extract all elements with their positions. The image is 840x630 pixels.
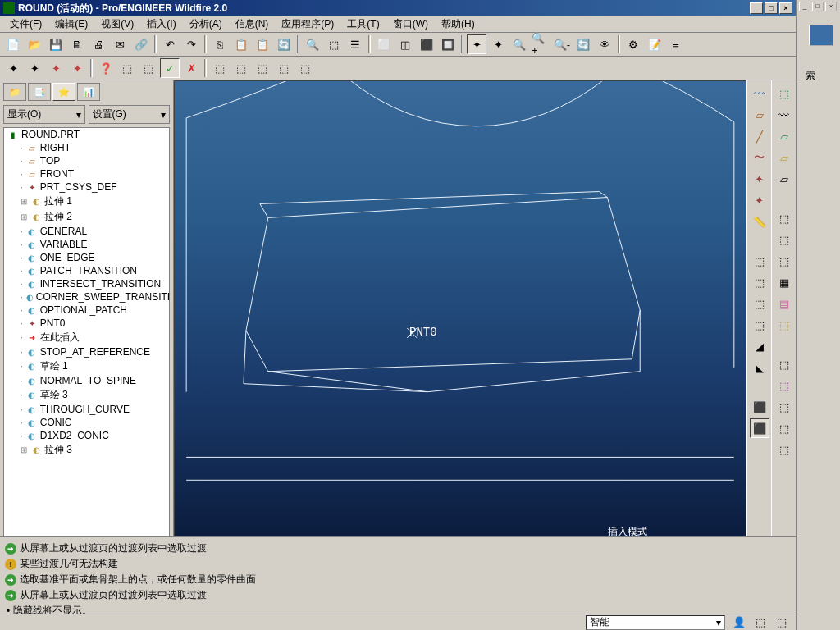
- menu-item[interactable]: 视图(V): [94, 16, 140, 33]
- zoom-in-button[interactable]: 🔍+: [531, 34, 550, 54]
- tool-2-button[interactable]: ⬚: [139, 58, 158, 78]
- shell-tool-button[interactable]: ⬚: [750, 272, 769, 292]
- menu-item[interactable]: 信息(N): [229, 16, 276, 33]
- tree-item[interactable]: ⊞◐拉伸 2: [4, 209, 169, 225]
- mirror-tool-button[interactable]: ⬚: [774, 354, 794, 374]
- tree-item[interactable]: ·◐D1XD2_CONIC: [4, 429, 169, 442]
- saved-views-button[interactable]: 👁: [595, 34, 614, 54]
- notes-button[interactable]: 📝: [645, 34, 664, 54]
- help-button[interactable]: ❓: [96, 58, 116, 78]
- thicken-tool-button[interactable]: ▤: [774, 294, 794, 313]
- draft-tool-button[interactable]: ⬚: [750, 315, 769, 335]
- copy-geom-button[interactable]: ⬚: [774, 418, 794, 438]
- paste-button[interactable]: 📋: [231, 34, 251, 54]
- tree-item[interactable]: ·▱RIGHT: [4, 141, 169, 154]
- tree-item[interactable]: ·✦PRT_CSYS_DEF: [4, 180, 169, 194]
- menu-item[interactable]: 应用程序(P): [275, 16, 340, 33]
- tree-item[interactable]: ·◐VARIABLE: [4, 238, 169, 251]
- extend-tool-button[interactable]: ⬚: [774, 251, 794, 271]
- sketch-tool-button[interactable]: 〜: [750, 148, 769, 167]
- tree-item[interactable]: ·◐NORMAL_TO_SPINE: [4, 374, 169, 387]
- regen-button[interactable]: 🔄: [274, 34, 294, 54]
- model-tree[interactable]: ▮ROUND.PRT·▱RIGHT·▱TOP·▱FRONT·✦PRT_CSYS_…: [3, 127, 170, 548]
- tree-item[interactable]: ·◐THROUGH_CURVE: [4, 403, 169, 416]
- tree-tab-3[interactable]: ⭐: [52, 83, 75, 101]
- tool-3-button[interactable]: ✓: [160, 58, 180, 78]
- view-wireframe-button[interactable]: ⬜: [374, 34, 394, 54]
- revolve-tool-button[interactable]: ⬛: [750, 418, 769, 438]
- tree-item[interactable]: ⊞◐拉伸 3: [4, 442, 169, 458]
- surf-tool-1-button[interactable]: 〰: [774, 105, 794, 125]
- tree-item[interactable]: ·◐CORNER_SWEEP_TRANSITION: [4, 290, 169, 304]
- datum-display-button[interactable]: ✦: [3, 58, 23, 78]
- tree-item[interactable]: ·◐OPTIONAL_PATCH: [4, 304, 169, 317]
- refit-button[interactable]: 🔍: [509, 34, 529, 54]
- offset-tool-button[interactable]: ▦: [774, 272, 794, 292]
- tree-settings-button[interactable]: 设置(G)▾: [89, 105, 171, 124]
- surf-tool-2-button[interactable]: ▱: [774, 126, 794, 146]
- copy-button[interactable]: ⎘: [210, 34, 230, 54]
- tool-5-button[interactable]: ⬚: [210, 58, 230, 78]
- tree-item[interactable]: ·▱FRONT: [4, 167, 169, 180]
- plane-tool-button[interactable]: ▱: [750, 105, 769, 125]
- selection-filter[interactable]: 智能▾: [586, 615, 725, 630]
- rib-tool-button[interactable]: ⬚: [750, 294, 769, 313]
- tree-item[interactable]: ·◐CONIC: [4, 416, 169, 429]
- tree-tab-4[interactable]: 📊: [77, 83, 100, 101]
- tool-1-button[interactable]: ⬚: [117, 58, 137, 78]
- tool-9-button[interactable]: ⬚: [295, 58, 315, 78]
- undo-button[interactable]: ↶: [160, 34, 180, 54]
- view-shaded-button[interactable]: 🔲: [438, 34, 458, 54]
- measure-tool-button[interactable]: 📏: [750, 212, 769, 231]
- minimize-button[interactable]: _: [750, 2, 763, 14]
- pattern-tool-button[interactable]: ⬚: [774, 376, 794, 395]
- view-nohidden-button[interactable]: ⬛: [417, 34, 436, 54]
- tree-item[interactable]: ·◐草绘 1: [4, 358, 169, 374]
- point-tool-button[interactable]: ✦: [750, 169, 769, 189]
- redo-button[interactable]: ↷: [181, 34, 201, 54]
- solidify-tool-button[interactable]: ⬚: [774, 315, 794, 335]
- view-mgr-button[interactable]: ⚙: [623, 34, 643, 54]
- paste-special-button[interactable]: 📋: [253, 34, 272, 54]
- surf-tool-4-button[interactable]: ▱: [774, 169, 794, 189]
- style-tool-button[interactable]: ⬚: [774, 84, 794, 103]
- menu-item[interactable]: 工具(T): [340, 16, 386, 33]
- axis-tool-button[interactable]: ╱: [750, 126, 769, 146]
- find-button[interactable]: 🔍: [303, 34, 322, 54]
- tree-item[interactable]: ·▱TOP: [4, 154, 169, 167]
- spin-center-button[interactable]: ✦: [467, 34, 486, 54]
- menu-item[interactable]: 文件(F): [3, 16, 48, 33]
- tree-item[interactable]: ·✦PNT0: [4, 317, 169, 330]
- surf-tool-3-button[interactable]: ▱: [774, 148, 794, 167]
- csys-display-button[interactable]: ✦: [67, 58, 87, 78]
- tool-7-button[interactable]: ⬚: [253, 58, 272, 78]
- zoom-out-button[interactable]: 🔍-: [552, 34, 572, 54]
- tree-tab-1[interactable]: 📁: [3, 83, 26, 101]
- select-button[interactable]: ⬚: [324, 34, 344, 54]
- status-icon-2[interactable]: ⬚: [753, 616, 768, 629]
- status-icon-3[interactable]: ⬚: [774, 616, 789, 629]
- group-tool-button[interactable]: ⬚: [774, 397, 794, 417]
- menu-item[interactable]: 帮助(H): [435, 16, 482, 33]
- tree-item[interactable]: ·◐草绘 3: [4, 387, 169, 403]
- tree-tab-2[interactable]: 📑: [28, 83, 51, 101]
- tree-item[interactable]: ▮ROUND.PRT: [4, 128, 169, 141]
- repaint-button[interactable]: 🔄: [573, 34, 593, 54]
- menu-item[interactable]: 窗口(W): [386, 16, 435, 33]
- tool-4-button[interactable]: ✗: [181, 58, 201, 78]
- layers-button[interactable]: ☰: [345, 34, 365, 54]
- csys-tool-button[interactable]: ✦: [750, 190, 769, 210]
- menu-item[interactable]: 插入(I): [140, 16, 182, 33]
- tree-item[interactable]: ·➜在此插入: [4, 330, 169, 345]
- merge-tool-button[interactable]: ⬚: [774, 208, 794, 228]
- maximize-button[interactable]: □: [765, 2, 778, 14]
- chamfer-tool-button[interactable]: ◣: [750, 358, 769, 377]
- tree-item[interactable]: ·◐INTERSECT_TRANSITION: [4, 277, 169, 290]
- orient-button[interactable]: ✦: [488, 34, 508, 54]
- new-button[interactable]: 📄: [3, 34, 23, 54]
- tree-item[interactable]: ⊞◐拉伸 1: [4, 194, 169, 209]
- close-button[interactable]: ×: [779, 2, 792, 14]
- trim-tool-button[interactable]: ⬚: [774, 230, 794, 249]
- tree-item[interactable]: ·◐PATCH_TRANSITION: [4, 264, 169, 277]
- graphics-viewport[interactable]: PNT0 插入模式: [174, 80, 746, 551]
